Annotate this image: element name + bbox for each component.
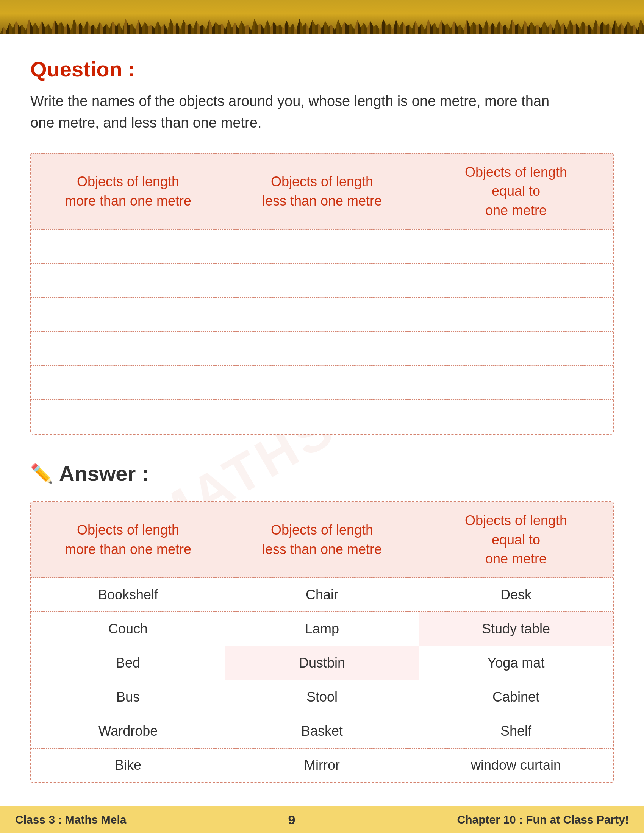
a-row5-c3: Shelf: [419, 714, 613, 748]
q-row1-c1[interactable]: [31, 230, 225, 264]
a-row2-c1-text: Couch: [108, 621, 148, 637]
q-row2-c3[interactable]: [419, 264, 613, 298]
q-row1-c3[interactable]: [419, 230, 613, 264]
a-row5-c2-text: Basket: [301, 723, 343, 739]
a-row5-c1: Wardrobe: [31, 714, 225, 748]
pencil-icon: ✏️: [30, 463, 53, 484]
a-row1-c2: Chair: [225, 578, 419, 612]
a-row1-c1-text: Bookshelf: [98, 587, 158, 603]
a-row4-c1: Bus: [31, 680, 225, 714]
footer-right: Chapter 10 : Fun at Class Party!: [457, 813, 629, 826]
a-row5-c2: Basket: [225, 714, 419, 748]
a-row4-c2-text: Stool: [306, 689, 338, 705]
answer-table-wrapper: MATHS MELA Objects of lengthmore than on…: [30, 501, 614, 783]
q-row1-c2[interactable]: [225, 230, 419, 264]
answer-label-text: Answer :: [59, 461, 149, 486]
a-row2-c3-text: Study table: [482, 621, 550, 637]
a-row5-c1-text: Wardrobe: [98, 723, 158, 739]
q-col2-header-text: Objects of lengthless than one metre: [262, 172, 382, 211]
q-col2-header: Objects of lengthless than one metre: [225, 153, 419, 230]
answer-section: ✏️ Answer : MATHS MELA Objects of length…: [30, 461, 614, 783]
a-row4-c3: Cabinet: [419, 680, 613, 714]
question-table-grid: Objects of lengthmore than one metre Obj…: [30, 153, 614, 435]
a-row6-c2-text: Mirror: [304, 757, 340, 773]
q-row4-c2[interactable]: [225, 332, 419, 366]
a-col1-header-text: Objects of lengthmore than one metre: [65, 521, 191, 559]
footer-left: Class 3 : Maths Mela: [15, 813, 126, 826]
a-row6-c1-text: Bike: [115, 757, 141, 773]
q-row6-c2[interactable]: [225, 400, 419, 434]
answer-label: ✏️ Answer :: [30, 461, 614, 486]
a-row4-c1-text: Bus: [116, 689, 140, 705]
footer-center: 9: [288, 812, 295, 827]
a-row1-c3: Desk: [419, 578, 613, 612]
a-col3-header-text: Objects of lengthequal toone metre: [465, 511, 567, 568]
answer-table-grid: Objects of lengthmore than one metre Obj…: [30, 501, 614, 783]
a-row6-c1: Bike: [31, 748, 225, 782]
q-row4-c3[interactable]: [419, 332, 613, 366]
q-row5-c1[interactable]: [31, 366, 225, 400]
q-row2-c2[interactable]: [225, 264, 419, 298]
a-row6-c3: window curtain: [419, 748, 613, 782]
question-table-wrapper: MATHS MELA Objects of lengthmore than on…: [30, 153, 614, 435]
question-text: Write the names of the objects around yo…: [30, 90, 561, 133]
question-label: Question :: [30, 57, 614, 81]
a-row2-c1: Couch: [31, 612, 225, 646]
a-col3-header: Objects of lengthequal toone metre: [419, 502, 613, 578]
question-section: Question : Write the names of the object…: [30, 57, 614, 435]
a-col2-header-text: Objects of lengthless than one metre: [262, 521, 382, 559]
a-row3-c1: Bed: [31, 646, 225, 680]
a-row3-c2: Dustbin: [225, 646, 419, 680]
a-row6-c3-text: window curtain: [471, 757, 561, 773]
a-row4-c3-text: Cabinet: [493, 689, 539, 705]
q-row5-c2[interactable]: [225, 366, 419, 400]
a-row5-c3-text: Shelf: [501, 723, 531, 739]
q-row4-c1[interactable]: [31, 332, 225, 366]
q-row3-c3[interactable]: [419, 298, 613, 332]
a-row4-c2: Stool: [225, 680, 419, 714]
q-row6-c1[interactable]: [31, 400, 225, 434]
a-row1-c1: Bookshelf: [31, 578, 225, 612]
a-col2-header: Objects of lengthless than one metre: [225, 502, 419, 578]
top-banner: [0, 0, 644, 34]
a-row2-c3: Study table: [419, 612, 613, 646]
q-col1-header: Objects of lengthmore than one metre: [31, 153, 225, 230]
q-row6-c3[interactable]: [419, 400, 613, 434]
a-row2-c2: Lamp: [225, 612, 419, 646]
q-col3-header-text: Objects of lengthequal toone metre: [465, 163, 567, 220]
a-row2-c2-text: Lamp: [305, 621, 339, 637]
a-row3-c1-text: Bed: [116, 655, 140, 671]
q-row3-c1[interactable]: [31, 298, 225, 332]
a-row3-c3-text: Yoga mat: [488, 655, 545, 671]
a-row3-c2-text: Dustbin: [299, 655, 345, 671]
a-row1-c2-text: Chair: [306, 587, 338, 603]
a-row6-c2: Mirror: [225, 748, 419, 782]
a-col1-header: Objects of lengthmore than one metre: [31, 502, 225, 578]
q-col1-header-text: Objects of lengthmore than one metre: [65, 172, 191, 211]
a-row3-c3: Yoga mat: [419, 646, 613, 680]
q-row3-c2[interactable]: [225, 298, 419, 332]
q-col3-header: Objects of lengthequal toone metre: [419, 153, 613, 230]
footer: Class 3 : Maths Mela 9 Chapter 10 : Fun …: [0, 807, 644, 833]
a-row1-c3-text: Desk: [501, 587, 531, 603]
q-row2-c1[interactable]: [31, 264, 225, 298]
q-row5-c3[interactable]: [419, 366, 613, 400]
